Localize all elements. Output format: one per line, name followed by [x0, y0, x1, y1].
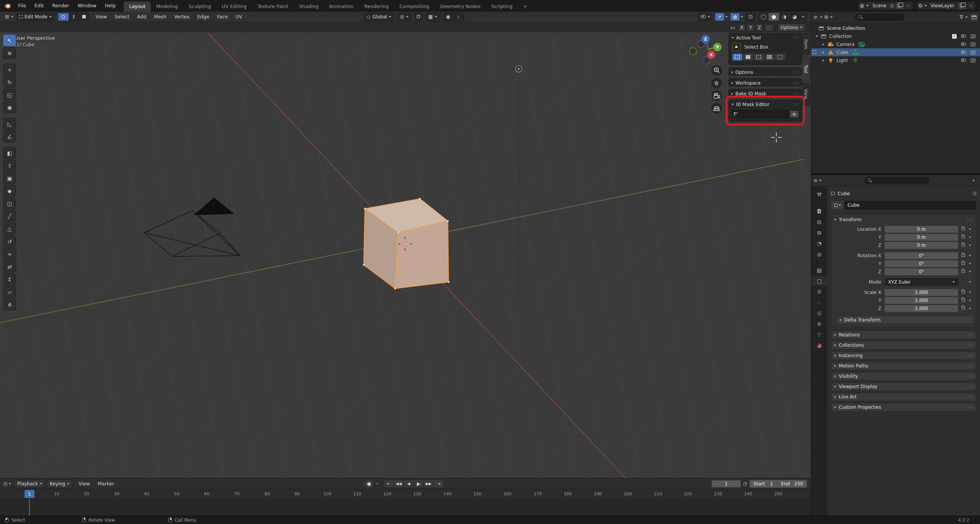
tab-render[interactable]: ◘ — [811, 206, 827, 216]
panel-instancing[interactable]: Instancing∷∷ — [831, 351, 976, 360]
rotation-x-field[interactable]: 0° — [885, 252, 958, 259]
tool-shrink-fatten[interactable]: ↕ — [3, 273, 16, 285]
menu-view[interactable]: View — [92, 14, 111, 20]
mirror-y-button[interactable]: Y — [747, 24, 755, 31]
new-collection-button[interactable] — [970, 14, 978, 21]
tool-measure[interactable]: ∠ — [3, 131, 16, 142]
tool-add-cube[interactable]: ◧ — [3, 147, 16, 159]
camera-view-button[interactable] — [711, 90, 722, 101]
editor-type-icon[interactable]: ◷ — [3, 481, 7, 486]
menu-uv[interactable]: UV — [232, 14, 246, 20]
timeline-ruler[interactable]: 10 20 30 40 50 60 70 80 90 100 110 120 1… — [0, 489, 811, 499]
mirror-z-button[interactable]: Z — [756, 24, 763, 31]
select-mode-subtract[interactable] — [754, 54, 764, 60]
menu-edit[interactable]: Edit — [30, 0, 48, 11]
shading-wireframe-button[interactable]: ◯ — [758, 13, 769, 21]
rotation-z-field[interactable]: 0° — [885, 268, 958, 275]
scene-selector[interactable]: ◍ Scene × — [858, 2, 913, 10]
tool-rotate[interactable]: ↻ — [3, 76, 16, 88]
visibility-dropdown[interactable] — [698, 13, 712, 21]
tab-collection[interactable]: ▤ — [811, 265, 827, 275]
navigation-gizmo[interactable]: Z Y X — [685, 33, 731, 66]
start-frame-field[interactable]: Start1 — [750, 481, 777, 486]
animate-dot[interactable]: • — [969, 269, 971, 274]
pan-view-button[interactable] — [711, 78, 722, 88]
viewlayer-name[interactable]: ViewLayer — [929, 3, 956, 8]
menu-vertex[interactable]: Vertex — [170, 14, 193, 20]
gizmos-dropdown[interactable] — [725, 16, 728, 18]
tab-object-data[interactable]: ▽ — [811, 330, 827, 340]
animate-dot[interactable]: • — [969, 243, 971, 248]
overlays-toggle[interactable]: ◍ — [730, 13, 740, 21]
panel-viewport-display[interactable]: Viewport Display∷∷ — [831, 382, 976, 391]
auto-keying-button[interactable]: ● — [364, 480, 374, 488]
location-y-field[interactable]: 0 m — [885, 234, 958, 241]
playhead-line[interactable] — [29, 499, 30, 516]
gizmo-minus-y[interactable] — [689, 48, 697, 55]
lock-icon[interactable] — [962, 291, 965, 294]
menu-add[interactable]: Add — [133, 14, 150, 20]
mode-dropdown[interactable]: Edit Mode — [16, 13, 55, 21]
tool-smooth[interactable]: ≈ — [3, 248, 16, 260]
tab-modifiers[interactable]: ⚙ — [811, 287, 827, 297]
outliner-search-input[interactable] — [855, 13, 905, 21]
pin-icon[interactable] — [890, 3, 894, 8]
viewlayer-selector[interactable]: ⧉ ViewLayer × — [917, 2, 975, 10]
camera-object[interactable] — [144, 198, 240, 256]
shading-rendered-button[interactable]: ◕ — [789, 13, 800, 21]
transform-orientation-dropdown[interactable]: ◇Global — [364, 13, 394, 21]
editor-type-icon[interactable]: ≡ — [813, 15, 818, 20]
tab-object[interactable]: ▢ — [811, 276, 827, 286]
collapse-icon[interactable] — [732, 37, 734, 39]
select-mode-new[interactable] — [732, 54, 742, 60]
current-frame-field[interactable]: 1 — [712, 480, 741, 487]
tool-inset-faces[interactable]: ▣ — [3, 172, 16, 184]
properties-options-dropdown[interactable] — [972, 180, 975, 181]
tab-animation[interactable]: Animation — [324, 2, 359, 11]
jump-to-end-button[interactable]: ⇥ — [434, 480, 444, 488]
tool-shear[interactable]: ▱ — [3, 286, 16, 298]
tool-transform[interactable]: ◉ — [3, 101, 16, 113]
menu-select[interactable]: Select — [111, 14, 133, 20]
tab-scene[interactable]: ◔ — [811, 238, 827, 248]
tab-uv-editing[interactable]: UV Editing — [216, 2, 252, 11]
menu-edge[interactable]: Edge — [193, 14, 213, 20]
vertex-select-button[interactable] — [58, 13, 69, 21]
tab-material[interactable]: ◕ — [811, 340, 827, 350]
render-visibility-icon[interactable] — [970, 51, 975, 54]
panel-collections[interactable]: Collections∷∷ — [831, 341, 976, 349]
animate-dot[interactable]: • — [969, 227, 971, 232]
outliner-row-light[interactable]: Light — [811, 56, 980, 64]
properties-search-input[interactable] — [864, 177, 929, 184]
snap-individual-icon[interactable]: ◌ — [764, 24, 774, 31]
menu-marker[interactable]: Marker — [94, 481, 118, 486]
tab-compositing[interactable]: Compositing — [394, 2, 434, 11]
menu-face[interactable]: Face — [213, 14, 232, 20]
expand-icon[interactable] — [823, 59, 824, 62]
tool-spin[interactable]: ↺ — [3, 235, 16, 247]
animate-dot[interactable]: • — [969, 235, 971, 240]
drag-dots-icon[interactable]: ∷∷ — [967, 217, 973, 222]
proportional-falloff-dropdown[interactable]: ∧ — [453, 13, 464, 21]
viewport-canvas[interactable]: User Perspective (1) Cube ↖ ⊕ + ↻ ◱ ◉ ◺ … — [0, 32, 811, 478]
snap-target-dropdown[interactable]: ▦ — [425, 13, 440, 21]
lock-icon[interactable] — [962, 254, 965, 257]
hide-icon[interactable] — [961, 59, 966, 62]
delta-transform-panel[interactable]: Delta Transform — [836, 316, 973, 324]
keying-set-dropdown[interactable] — [376, 483, 378, 485]
tool-annotate[interactable]: ◺ — [3, 118, 16, 130]
proportional-edit-button[interactable]: ◉ — [443, 13, 453, 21]
npanel-workspace-section[interactable]: Workspace∷∷ — [728, 78, 802, 87]
select-mode-intersect[interactable] — [775, 54, 785, 60]
shading-material-button[interactable]: ◑ — [779, 13, 789, 21]
hide-icon[interactable] — [961, 51, 966, 54]
scale-z-field[interactable]: 1.000 — [885, 305, 958, 312]
cube-mesh[interactable] — [363, 198, 449, 289]
npanel-options-section[interactable]: Options∷∷ — [728, 67, 802, 76]
panel-custom-properties[interactable]: Custom Properties∷∷ — [831, 403, 976, 411]
lock-icon[interactable] — [962, 228, 965, 230]
outliner-row-cube[interactable]: Cube — [811, 48, 980, 56]
face-select-button[interactable] — [79, 13, 89, 21]
menu-help[interactable]: Help — [101, 0, 120, 11]
stopwatch-icon[interactable]: ◷ — [743, 481, 747, 486]
